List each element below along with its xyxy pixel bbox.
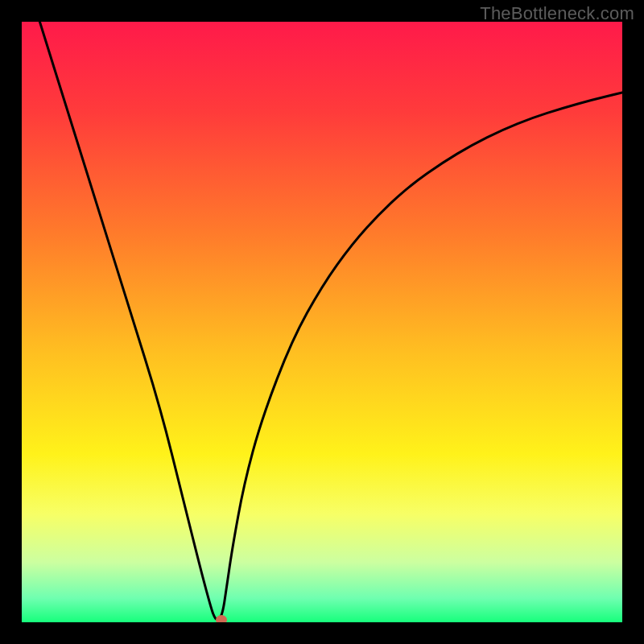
- svg-rect-0: [22, 22, 622, 622]
- plot-area: [22, 22, 622, 622]
- optimum-marker-icon: [216, 615, 227, 622]
- gradient-background: [22, 22, 622, 622]
- watermark-label: TheBottleneck.com: [480, 3, 634, 24]
- chart-frame: TheBottleneck.com: [0, 0, 644, 644]
